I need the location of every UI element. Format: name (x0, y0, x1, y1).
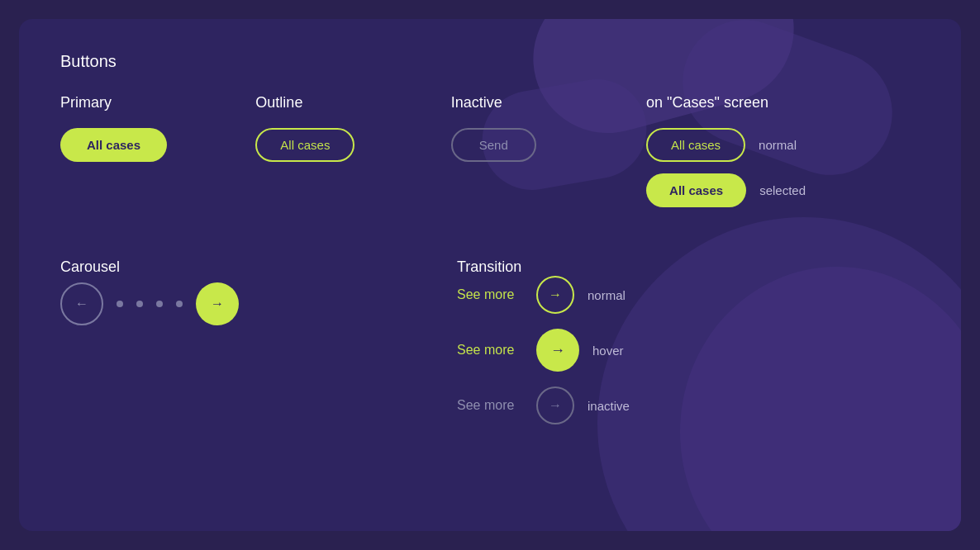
carousel-row: ← → (60, 282, 457, 325)
carousel-dot-4 (176, 301, 183, 307)
transition-label: Transition (457, 258, 521, 275)
primary-button[interactable]: All cases (60, 128, 167, 162)
transition-inactive-icon: → (549, 398, 562, 413)
transition-hover-icon: → (550, 342, 565, 359)
outline-button[interactable]: All cases (255, 128, 354, 162)
transition-normal-state: normal (588, 288, 626, 302)
inactive-col: Inactive Send (451, 94, 646, 219)
transition-hover-text: See more (457, 343, 523, 358)
transition-inactive-row: See more → inactive (457, 386, 920, 424)
cases-normal-button[interactable]: All cases (646, 128, 745, 162)
carousel-dot-2 (136, 301, 143, 307)
transition-hover-row: See more → hover (457, 329, 920, 372)
transition-hover-button[interactable]: → (536, 329, 579, 372)
outline-label: Outline (255, 94, 450, 111)
transition-inactive-button: → (536, 386, 574, 424)
primary-col: Primary All cases (60, 94, 255, 219)
transition-normal-icon: → (549, 287, 562, 302)
cases-col: on "Cases" screen All cases normal All c… (646, 94, 920, 219)
top-section: Primary All cases Outline All cases Inac… (60, 94, 920, 219)
cases-selected-state: selected (759, 183, 806, 197)
cases-selected-button[interactable]: All cases (646, 173, 746, 207)
transition-hover-state: hover (592, 344, 624, 358)
inactive-button: Send (451, 128, 536, 162)
carousel-dot-3 (156, 301, 163, 307)
transition-normal-button[interactable]: → (536, 276, 574, 314)
outline-col: Outline All cases (255, 94, 450, 219)
cases-label: on "Cases" screen (646, 94, 920, 111)
transition-normal-text: See more (457, 287, 523, 302)
carousel-next-icon: → (211, 296, 224, 311)
cases-selected-row: All cases selected (646, 173, 920, 207)
transition-inactive-state: inactive (588, 399, 630, 413)
transition-col: Transition See more → normal See more → … (457, 258, 920, 439)
cases-normal-state: normal (759, 138, 797, 152)
main-card: Buttons Primary All cases Outline All ca… (19, 19, 961, 531)
carousel-prev-button[interactable]: ← (60, 282, 103, 325)
inactive-label: Inactive (451, 94, 646, 111)
cases-normal-row: All cases normal (646, 128, 920, 162)
carousel-prev-icon: ← (75, 296, 88, 311)
carousel-col: Carousel ← → (60, 258, 457, 439)
primary-label: Primary (60, 94, 255, 111)
carousel-dot-1 (117, 301, 123, 307)
carousel-label: Carousel (60, 258, 120, 275)
carousel-next-button[interactable]: → (196, 282, 239, 325)
transition-inactive-text: See more (457, 398, 523, 413)
transition-normal-row: See more → normal (457, 276, 920, 314)
bottom-section: Carousel ← → Transition See more (60, 258, 920, 439)
